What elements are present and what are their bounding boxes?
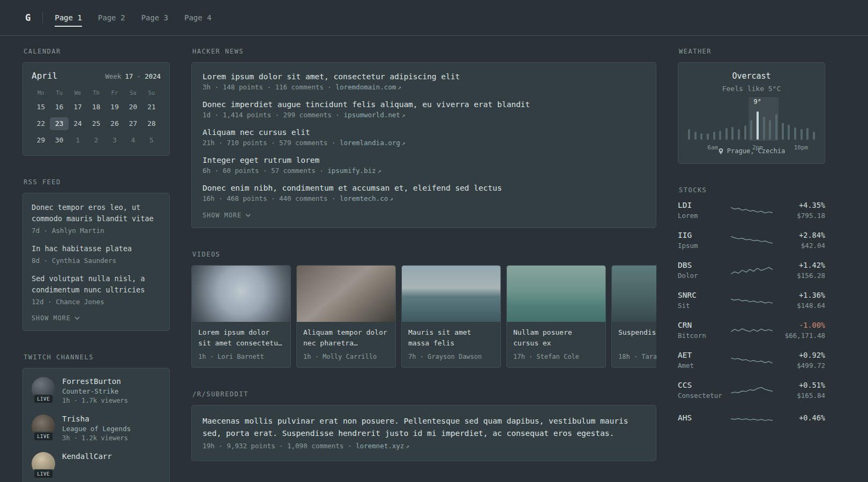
hn-meta-text: 16h · 468 points · 440 comments · xyxy=(203,194,335,202)
twitch-channel-name[interactable]: KendallCarr xyxy=(62,452,112,461)
video-title[interactable]: Suspendisse diam xyxy=(618,327,656,348)
rss-item-meta: 8d · Cynthia Saunders xyxy=(32,257,161,265)
video-card[interactable]: Mauris sit amet massa felis 7h · Grayson… xyxy=(401,265,501,368)
hn-item: Lorem ipsum dolor sit amet, consectetur … xyxy=(203,72,645,91)
video-thumbnail[interactable] xyxy=(507,266,605,322)
video-title[interactable]: Mauris sit amet massa felis xyxy=(408,327,494,348)
twitch-game[interactable]: League of Legends xyxy=(62,425,131,433)
video-thumbnail[interactable] xyxy=(612,266,656,322)
stock-row[interactable]: LDI Lorem +4.35% $795.18 xyxy=(678,201,825,220)
chevron-down-icon xyxy=(74,317,80,320)
hn-title-link[interactable]: Aliquam nec cursus elit xyxy=(203,128,645,137)
video-thumbnail[interactable] xyxy=(402,266,500,322)
video-meta: 17h · Stefan Cole xyxy=(513,353,599,360)
app-logo[interactable]: G xyxy=(25,12,31,23)
video-card[interactable]: Suspendisse diam 18h · Tara xyxy=(611,265,656,368)
twitch-avatar-wrap: LIVE xyxy=(32,415,55,438)
video-thumbnail[interactable] xyxy=(192,266,290,322)
tab-page-2[interactable]: Page 2 xyxy=(98,10,125,27)
hn-item: Donec enim nibh, condimentum et accumsan… xyxy=(203,184,645,202)
weather-card: Overcast Feels like 5°C 9° 6am 2pm 10pm … xyxy=(678,62,825,164)
rss-item-link[interactable]: Donec tempor eros leo, ut commodo mauris… xyxy=(32,202,161,224)
weekday-label: Mo xyxy=(32,89,50,96)
weather-bar xyxy=(738,129,740,140)
stock-row[interactable]: CRN Bitcorn -1.00% $66,171.48 xyxy=(678,321,825,340)
hn-domain-link[interactable]: ipsumify.biz↗ xyxy=(327,167,381,175)
stock-row[interactable]: AHS +0.46% xyxy=(678,411,825,427)
calendar-day-next-month: 1 xyxy=(69,134,87,147)
twitch-channel[interactable]: LIVE KendallCarr xyxy=(32,452,161,476)
subreddit-domain-link[interactable]: loremnet.xyz↗ xyxy=(356,442,409,450)
video-title[interactable]: Nullam posuere cursus ex xyxy=(513,327,599,348)
stock-ticker: CRN xyxy=(678,321,731,329)
stock-ticker: CCS xyxy=(678,381,731,389)
rss-show-more-button[interactable]: SHOW MORE xyxy=(32,314,80,322)
stock-id: IIG Ipsum xyxy=(678,231,731,250)
twitch-channel[interactable]: LIVE ForrestBurton Counter-Strike 1h · 1… xyxy=(32,377,161,404)
hn-domain-link[interactable]: ipsumworld.net↗ xyxy=(343,111,405,119)
rss-item: Donec tempor eros leo, ut commodo mauris… xyxy=(32,202,161,235)
twitch-channel[interactable]: LIVE Trisha League of Legends 3h · 1.2k … xyxy=(32,415,161,442)
stock-sparkline xyxy=(731,322,773,338)
stocks-widget: STOCKS LDI Lorem +4.35% $795.18 IIG xyxy=(678,186,825,427)
video-thumbnail[interactable] xyxy=(297,266,395,322)
weather-feels-like: Feels like 5°C xyxy=(686,85,817,93)
calendar-day-next-month: 2 xyxy=(87,134,105,147)
twitch-channel-name[interactable]: Trisha xyxy=(62,415,131,423)
stock-row[interactable]: IIG Ipsum +2.84% $42.04 xyxy=(678,231,825,250)
subreddit-post-link[interactable]: Maecenas mollis pulvinar erat non posuer… xyxy=(203,415,645,440)
external-link-icon: ↗ xyxy=(390,195,393,202)
weather-bar xyxy=(782,123,784,140)
hn-domain-link[interactable]: loremlandia.org↗ xyxy=(340,139,406,147)
video-card[interactable]: Lorem ipsum dolor sit amet consectetu… 1… xyxy=(191,265,291,368)
video-card[interactable]: Aliquam tempor dolor nec pharetra… 1h · … xyxy=(296,265,396,368)
stock-row[interactable]: SNRC Sit +1.36% $148.64 xyxy=(678,291,825,310)
twitch-game[interactable]: Counter-Strike xyxy=(62,387,128,395)
calendar-day: 17 xyxy=(69,101,87,114)
tab-page-3[interactable]: Page 3 xyxy=(141,10,168,27)
video-card[interactable]: Nullam posuere cursus ex 17h · Stefan Co… xyxy=(506,265,606,368)
hn-domain-link[interactable]: loremtech.co↗ xyxy=(340,194,393,202)
tab-page-4[interactable]: Page 4 xyxy=(184,10,212,27)
chevron-down-icon xyxy=(245,214,251,217)
calendar-days-grid: 15 16 17 18 19 20 21 22 23 24 25 26 27 2… xyxy=(32,101,161,147)
video-meta: 7h · Grayson Dawson xyxy=(408,353,494,360)
stock-ticker: SNRC xyxy=(678,291,731,299)
twitch-header: TWITCH CHANNELS xyxy=(24,353,170,361)
rss-item-link[interactable]: In hac habitasse platea xyxy=(32,243,161,254)
weather-bar xyxy=(719,131,721,140)
rss-item: In hac habitasse platea 8d · Cynthia Sau… xyxy=(32,243,161,265)
hn-meta: 21h · 710 points · 579 comments · loreml… xyxy=(203,139,645,147)
weather-bar xyxy=(707,133,709,140)
twitch-channel-name[interactable]: ForrestBurton xyxy=(62,377,128,386)
hn-title-link[interactable]: Donec imperdiet augue tincidunt felis al… xyxy=(203,100,645,109)
weekday-label: Su xyxy=(143,89,161,96)
weather-bar xyxy=(744,125,746,140)
stock-change-negative: -1.00% xyxy=(773,321,826,329)
external-link-icon: ↗ xyxy=(378,168,381,175)
hn-title-link[interactable]: Integer eget rutrum lorem xyxy=(203,156,645,164)
twitch-channel-info: KendallCarr xyxy=(62,452,112,476)
twitch-viewers: 3h · 1.2k viewers xyxy=(62,434,131,442)
stock-sparkline xyxy=(731,352,773,368)
stock-row[interactable]: AET Amet +0.92% $499.72 xyxy=(678,351,825,370)
stock-row[interactable]: CCS Consectetur +0.51% $165.84 xyxy=(678,381,825,400)
video-title[interactable]: Aliquam tempor dolor nec pharetra… xyxy=(303,327,389,348)
stock-price: $156.28 xyxy=(773,272,826,280)
hn-title-link[interactable]: Lorem ipsum dolor sit amet, consectetur … xyxy=(203,72,645,81)
video-title[interactable]: Lorem ipsum dolor sit amet consectetu… xyxy=(198,327,284,348)
stock-row[interactable]: DBS Dolor +1.42% $156.28 xyxy=(678,261,825,280)
tab-page-1[interactable]: Page 1 xyxy=(55,10,82,27)
hn-show-more-button[interactable]: SHOW MORE xyxy=(203,212,251,219)
rss-item-meta: 12d · Chance Jones xyxy=(32,298,161,306)
hn-meta: 3h · 148 points · 116 comments · loremdo… xyxy=(203,83,645,91)
hn-domain-link[interactable]: loremdomain.com↗ xyxy=(335,83,401,91)
hn-domain: loremdomain.com xyxy=(335,83,396,91)
rss-item-link[interactable]: Sed volutpat nulla nisl, a condimentum n… xyxy=(32,273,161,296)
subreddit-header: /R/SUBREDDIT xyxy=(192,390,656,398)
hn-title-link[interactable]: Donec enim nibh, condimentum et accumsan… xyxy=(203,184,645,192)
stock-id: LDI Lorem xyxy=(678,201,731,220)
stock-sparkline xyxy=(731,382,773,398)
videos-widget: VIDEOS Lorem ipsum dolor sit amet consec… xyxy=(191,251,656,368)
weather-bar xyxy=(731,127,734,140)
